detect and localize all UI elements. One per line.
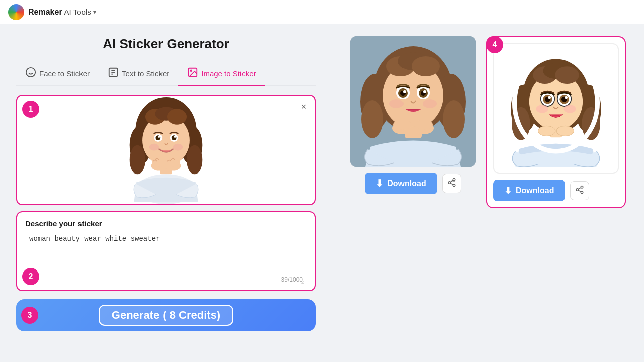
svg-point-59: [448, 181, 451, 184]
sticker-description-input[interactable]: woman beauty wear white sweater: [25, 233, 307, 283]
svg-point-26: [173, 143, 183, 150]
download-row-2: ⬇ Download: [493, 180, 619, 201]
tab-face-to-sticker[interactable]: Face to Sticker: [16, 62, 99, 86]
textarea-wrapper: woman beauty wear white sweater 39/1000 …: [25, 233, 307, 285]
right-panel: ⬇ Download 4: [332, 24, 644, 362]
tab-image-to-sticker[interactable]: Image to Sticker: [178, 62, 265, 86]
svg-point-37: [361, 100, 383, 138]
svg-point-80: [548, 96, 551, 99]
svg-point-42: [412, 56, 440, 76]
step-4-badge: 4: [486, 36, 503, 53]
share-icon-1: [447, 178, 456, 190]
download-row-1: ⬇ Download: [365, 173, 461, 194]
svg-point-60: [453, 184, 455, 187]
download-label-1: Download: [387, 179, 426, 188]
text-tab-label: Text to Sticker: [122, 69, 169, 78]
svg-point-8: [191, 70, 192, 71]
text-tab-icon: [108, 67, 119, 80]
generate-wrapper: 3 Generate ( 8 Credits): [16, 299, 316, 331]
sticker-card-1: ⬇ Download: [350, 36, 476, 194]
svg-point-38: [443, 100, 465, 138]
svg-point-13: [130, 145, 145, 174]
share-button-1[interactable]: [442, 174, 461, 193]
svg-point-51: [389, 99, 404, 108]
svg-point-49: [403, 90, 406, 93]
svg-line-92: [579, 187, 581, 189]
girl-sticker-left: [121, 96, 211, 204]
step-2-badge: 2: [22, 268, 39, 285]
sticker-cartoon-result: [493, 43, 619, 174]
share-button-2[interactable]: [570, 181, 589, 200]
logo-icon: [8, 4, 24, 20]
describe-label: Describe your sticker: [25, 219, 307, 228]
sticker-result-1-image: [350, 36, 476, 167]
uploaded-image-preview: [17, 96, 315, 204]
download-button-2[interactable]: ⬇ Download: [493, 180, 565, 201]
svg-point-81: [565, 96, 568, 99]
main-layout: AI Sticker Generator Face to Sticker Tex…: [0, 24, 644, 362]
generate-button[interactable]: Generate ( 8 Credits): [16, 299, 316, 331]
brand-name: Remaker: [28, 8, 62, 17]
close-icon: ×: [301, 102, 307, 112]
svg-point-24: [174, 136, 176, 138]
svg-line-62: [450, 180, 453, 182]
svg-point-18: [167, 109, 187, 124]
face-tab-icon: [25, 67, 36, 80]
step-3-badge: 3: [21, 307, 38, 324]
sticker-results: ⬇ Download 4: [350, 36, 626, 208]
svg-point-23: [158, 136, 160, 138]
svg-point-52: [423, 99, 437, 108]
left-panel: AI Sticker Generator Face to Sticker Tex…: [0, 24, 332, 362]
char-count: 39/1000: [281, 276, 303, 283]
ai-tools-menu[interactable]: AI Tools ▾: [64, 8, 96, 16]
describe-section: Describe your sticker woman beauty wear …: [16, 211, 316, 291]
sticker-photo-result: [350, 36, 476, 167]
svg-point-58: [453, 178, 455, 181]
upload-section[interactable]: 1 ×: [16, 95, 316, 205]
svg-point-50: [423, 90, 426, 93]
svg-point-88: [581, 186, 584, 188]
download-icon-2: ⬇: [504, 185, 512, 196]
image-tab-icon: [187, 67, 198, 80]
download-icon-1: ⬇: [376, 178, 383, 189]
image-tab-label: Image to Sticker: [201, 69, 256, 78]
svg-line-91: [579, 190, 581, 192]
logo-area: Remaker: [8, 4, 62, 20]
page-title: AI Sticker Generator: [16, 36, 316, 52]
svg-point-83: [564, 105, 576, 113]
svg-line-61: [450, 183, 453, 185]
step-1-badge: 1: [22, 101, 39, 118]
download-button-1[interactable]: ⬇ Download: [365, 173, 437, 194]
svg-point-21: [155, 135, 160, 140]
tab-text-to-sticker[interactable]: Text to Sticker: [99, 62, 178, 86]
close-upload-button[interactable]: ×: [298, 101, 310, 113]
svg-point-14: [187, 145, 202, 174]
svg-point-25: [149, 143, 159, 150]
svg-point-73: [555, 66, 579, 84]
header: Remaker AI Tools ▾: [0, 0, 644, 24]
svg-point-90: [581, 191, 584, 194]
share-icon-2: [575, 185, 584, 197]
download-label-2: Download: [516, 186, 554, 195]
chevron-down-icon: ▾: [93, 9, 96, 16]
ai-tools-label: AI Tools: [64, 8, 91, 16]
svg-point-0: [26, 68, 35, 77]
svg-point-86: [556, 126, 574, 136]
svg-point-32: [166, 158, 180, 167]
tabs-bar: Face to Sticker Text to Sticker Image to…: [16, 62, 316, 86]
svg-point-31: [152, 158, 166, 167]
sticker-result-2-image: [501, 48, 611, 169]
svg-point-22: [172, 135, 177, 140]
sticker-card-2-highlighted: 4: [486, 36, 626, 208]
svg-point-82: [536, 105, 548, 113]
svg-point-85: [538, 126, 555, 136]
resize-handle[interactable]: ⊿: [301, 279, 307, 285]
svg-point-57: [415, 120, 433, 130]
generate-label: Generate ( 8 Credits): [99, 305, 233, 326]
svg-point-56: [393, 120, 412, 130]
face-tab-label: Face to Sticker: [39, 69, 90, 78]
svg-point-89: [577, 188, 579, 191]
